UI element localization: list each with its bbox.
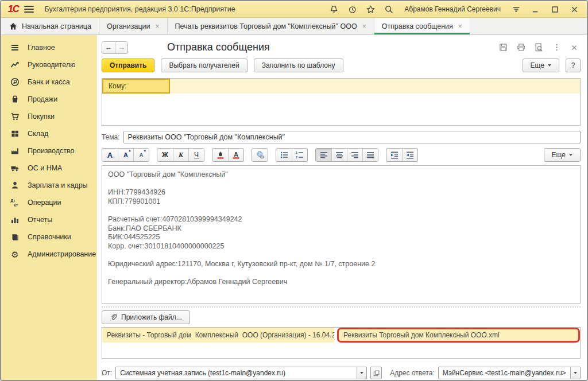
subject-input[interactable] bbox=[123, 131, 581, 143]
favorites-star-icon[interactable] bbox=[364, 3, 377, 15]
fill-by-template-button[interactable]: Заполнить по шаблону bbox=[254, 59, 343, 72]
underline-button[interactable]: Ч bbox=[188, 149, 204, 161]
help-button[interactable]: ? bbox=[566, 59, 581, 72]
bold-button[interactable]: Ж bbox=[157, 149, 173, 161]
attach-file-button[interactable]: Приложить файл... bbox=[102, 310, 190, 324]
from-account-value[interactable] bbox=[116, 367, 357, 379]
font-color-button[interactable]: А bbox=[228, 149, 243, 161]
sidebar-item-0[interactable]: Главное bbox=[1, 39, 97, 56]
sidebar-item-label: Руководителю bbox=[28, 61, 75, 69]
tab-0[interactable]: Начальная страница bbox=[1, 18, 99, 34]
sidebar-item-label: Производство bbox=[28, 147, 75, 155]
italic-button[interactable]: К bbox=[173, 149, 188, 161]
sidebar-item-11[interactable]: Справочники bbox=[1, 228, 97, 246]
notifications-bell-icon[interactable] bbox=[327, 3, 340, 15]
sidebar-item-2[interactable]: Банк и касса bbox=[1, 73, 97, 91]
tab-2[interactable]: Печать реквизитов Торговый дом "Комплекс… bbox=[168, 18, 374, 34]
attachments-list: Реквизиты - Торговый дом Комплексный ООО… bbox=[102, 328, 580, 343]
preview-icon[interactable] bbox=[532, 42, 545, 53]
sidebar-item-label: Главное bbox=[28, 44, 55, 52]
svg-text:2: 2 bbox=[296, 155, 297, 159]
align-center-button[interactable] bbox=[331, 149, 347, 161]
attachment-0[interactable]: Реквизиты - Торговый дом Комплексный ООО… bbox=[102, 328, 334, 343]
more-dots-icon[interactable] bbox=[550, 42, 563, 53]
align-justify-button[interactable] bbox=[362, 149, 378, 161]
attachment-1[interactable]: Реквизиты Торговый дом Комплексный ООО.x… bbox=[337, 328, 580, 343]
reply-address-combo[interactable] bbox=[438, 367, 581, 379]
tab-1[interactable]: Организации× bbox=[99, 18, 168, 34]
sidebar-item-7[interactable]: ОС и НМА bbox=[1, 160, 97, 177]
reply-dropdown-icon[interactable] bbox=[570, 367, 580, 379]
close-window-button[interactable] bbox=[567, 3, 581, 15]
dtkt-icon: ДтКт bbox=[9, 198, 21, 207]
sidebar-item-8[interactable]: Зарплата и кадры bbox=[1, 177, 97, 194]
tab-close-icon[interactable]: × bbox=[362, 22, 366, 30]
font-select-button[interactable]: А bbox=[102, 149, 118, 161]
current-user[interactable]: Абрамов Геннадий Сергеевич bbox=[404, 5, 501, 13]
print-icon[interactable] bbox=[514, 42, 527, 53]
tab-close-icon[interactable]: × bbox=[458, 22, 462, 30]
more-button[interactable]: Еще bbox=[523, 59, 559, 72]
bullet-list-button[interactable] bbox=[276, 149, 292, 161]
reply-address-value[interactable] bbox=[439, 367, 570, 379]
numbered-list-button[interactable]: 12 bbox=[292, 149, 307, 161]
tab-label: Отправка сообщения bbox=[382, 22, 453, 30]
font-smaller-button[interactable]: А▼ bbox=[133, 149, 149, 161]
truck-icon bbox=[9, 164, 21, 173]
reply-address-label: Адрес ответа: bbox=[390, 369, 434, 377]
indent-increase-button[interactable] bbox=[386, 149, 402, 161]
align-right-button[interactable] bbox=[347, 149, 362, 161]
form-header: ← → Отправка сообщения bbox=[102, 40, 581, 56]
service-menu-icon[interactable] bbox=[510, 3, 523, 15]
main-menu-icon[interactable] bbox=[24, 6, 34, 13]
to-field-tab[interactable]: Кому: bbox=[102, 79, 170, 94]
from-dropdown-icon[interactable] bbox=[357, 367, 366, 379]
format-group bbox=[386, 148, 418, 162]
tab-3[interactable]: Отправка сообщения× bbox=[374, 18, 470, 34]
minimize-button[interactable] bbox=[528, 3, 542, 15]
format-group: 12 bbox=[276, 148, 308, 162]
sidebar-item-9[interactable]: ДтКтОперации bbox=[1, 194, 97, 211]
message-body[interactable]: ООО "Торговый дом "Комплексный" ИНН:7799… bbox=[102, 165, 581, 304]
recipients-list[interactable] bbox=[102, 94, 580, 126]
save-icon[interactable] bbox=[497, 42, 509, 53]
indent-decrease-button[interactable] bbox=[402, 149, 417, 161]
sidebar-item-6[interactable]: Производство bbox=[1, 142, 97, 160]
tab-close-icon[interactable]: × bbox=[156, 22, 160, 30]
tab-label: Начальная страница bbox=[22, 22, 91, 30]
close-form-icon[interactable] bbox=[568, 42, 581, 53]
highlight-color-button[interactable] bbox=[212, 149, 228, 161]
nav-back-button[interactable]: ← bbox=[102, 42, 115, 53]
nav-forward-button[interactable]: → bbox=[115, 42, 127, 53]
sidebar-item-10[interactable]: Отчеты bbox=[1, 211, 97, 228]
sidebar-item-label: Справочники bbox=[28, 233, 71, 241]
from-account-combo[interactable] bbox=[115, 367, 367, 379]
titlebar: 1С Бухгалтерия предприятия, редакция 3.0… bbox=[1, 1, 587, 18]
maximize-button[interactable] bbox=[548, 3, 562, 15]
sidebar-item-1[interactable]: Руководителю bbox=[1, 56, 97, 73]
sidebar-item-3[interactable]: Продажи bbox=[1, 91, 97, 108]
grid-icon bbox=[9, 129, 21, 138]
sidebar-item-12[interactable]: ⚙Администрирование bbox=[1, 246, 97, 263]
open-account-button[interactable] bbox=[370, 367, 382, 379]
books-icon bbox=[9, 232, 21, 242]
recipients-header: Кому: bbox=[102, 79, 580, 94]
sidebar-item-5[interactable]: Склад bbox=[1, 125, 97, 142]
cart-icon bbox=[9, 112, 21, 121]
sidebar-item-4[interactable]: Покупки bbox=[1, 108, 97, 125]
page-title: Отправка сообщения bbox=[167, 41, 497, 53]
person-icon bbox=[9, 181, 21, 190]
send-button[interactable]: Отправить bbox=[102, 59, 154, 72]
format-more-button[interactable]: Еще bbox=[544, 148, 581, 162]
history-icon[interactable] bbox=[346, 3, 358, 15]
search-icon[interactable] bbox=[382, 3, 395, 15]
choose-recipients-button[interactable]: Выбрать получателей bbox=[161, 59, 247, 72]
sidebar-item-label: Отчеты bbox=[28, 216, 52, 224]
tab-bar: Начальная страницаОрганизации×Печать рек… bbox=[1, 18, 587, 35]
chevron-down-icon bbox=[548, 64, 551, 67]
align-left-button[interactable] bbox=[316, 149, 331, 161]
attach-row: Приложить файл... bbox=[102, 310, 581, 324]
sidebar-item-label: Покупки bbox=[28, 112, 55, 120]
insert-link-button[interactable] bbox=[252, 149, 268, 161]
font-bigger-button[interactable]: А▲ bbox=[118, 149, 133, 161]
